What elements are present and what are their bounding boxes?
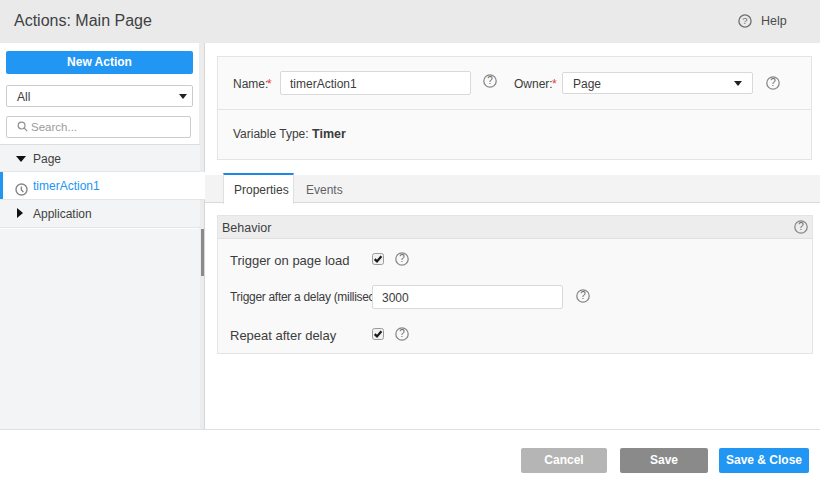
svg-text:?: ? — [798, 221, 804, 232]
svg-text:?: ? — [399, 253, 405, 264]
svg-text:?: ? — [487, 75, 493, 86]
svg-text:?: ? — [580, 290, 586, 301]
svg-text:?: ? — [770, 77, 776, 88]
svg-text:?: ? — [742, 15, 747, 26]
svg-text:?: ? — [399, 328, 405, 339]
